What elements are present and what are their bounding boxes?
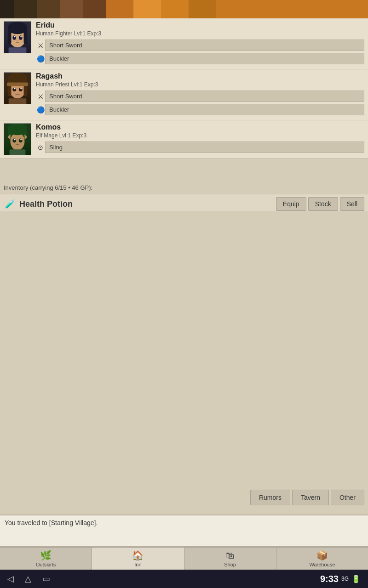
characters-section: Eridu Human Fighter Lvl:1 Exp:3 ⚔ Short …	[0, 18, 368, 158]
inventory-section: Inventory (carrying 6/15 • 46 GP): 🧪 Hea…	[0, 181, 368, 214]
color-seg-8	[161, 0, 189, 18]
svg-point-9	[17, 40, 18, 41]
message-box: You traveled to [Starting Village].	[0, 514, 368, 547]
inn-icon: 🏠	[132, 550, 144, 561]
svg-rect-31	[10, 149, 26, 155]
warehouse-label: Warehouse	[309, 562, 335, 567]
avatar-komos	[4, 123, 31, 155]
bottom-action-buttons: Rumors Tavern Other	[250, 490, 364, 505]
character-row-komos: Komos Elf Mage Lvl:1 Exp:3 ⊙ Sling	[0, 120, 368, 158]
svg-rect-10	[9, 47, 27, 53]
color-seg-4	[60, 0, 83, 18]
sell-button[interactable]: Sell	[340, 197, 364, 211]
shield-label-eridu: Buckler	[45, 53, 364, 64]
color-seg-2	[14, 0, 37, 18]
color-seg-5	[83, 0, 106, 18]
svg-point-8	[20, 36, 22, 38]
character-row-ragash: Ragash Human Priest Lvl:1 Exp:3 ⚔ Short …	[0, 69, 368, 120]
char-info-eridu: Eridu Human Fighter Lvl:1 Exp:3 ⚔ Short …	[31, 21, 364, 66]
character-row-eridu: Eridu Human Fighter Lvl:1 Exp:3 ⚔ Short …	[0, 18, 368, 69]
stock-button[interactable]: Stock	[308, 197, 338, 211]
char-header-ragash: Ragash Human Priest Lvl:1 Exp:3 ⚔ Short …	[0, 72, 368, 117]
outskirts-label: Outskirts	[36, 562, 56, 567]
other-button[interactable]: Other	[331, 490, 364, 505]
signal-indicator: 3G	[341, 576, 349, 582]
color-seg-1	[0, 0, 14, 18]
item-action-buttons: Equip Stock Sell	[276, 197, 364, 211]
back-button[interactable]: ◁	[7, 574, 14, 584]
svg-point-28	[19, 139, 23, 143]
equip-shield-ragash[interactable]: 🔵 Buckler	[36, 104, 364, 115]
svg-rect-21	[9, 98, 27, 104]
shop-label: Shop	[224, 562, 236, 567]
shop-icon: 🛍	[225, 550, 235, 561]
color-seg-3	[37, 0, 60, 18]
char-name-eridu: Eridu	[36, 21, 364, 29]
rumors-button[interactable]: Rumors	[250, 490, 290, 505]
main-content-area	[0, 211, 368, 505]
equip-weapon-ragash[interactable]: ⚔ Short Sword	[36, 90, 364, 102]
char-info-ragash: Ragash Human Priest Lvl:1 Exp:3 ⚔ Short …	[31, 72, 364, 117]
svg-rect-4	[24, 31, 28, 44]
color-seg-7	[133, 0, 161, 18]
warehouse-icon: 📦	[316, 550, 328, 561]
color-seg-10	[216, 0, 368, 18]
system-time: 9:33	[320, 574, 339, 584]
inn-label: Inn	[134, 562, 141, 567]
char-stats-komos: Elf Mage Lvl:1 Exp:3	[36, 132, 364, 139]
avatar-ragash-svg	[4, 72, 31, 104]
char-name-ragash: Ragash	[36, 72, 364, 80]
svg-point-27	[12, 139, 16, 143]
nav-inn[interactable]: 🏠 Inn	[92, 548, 184, 570]
svg-point-7	[14, 36, 16, 38]
bottom-nav: 🌿 Outskirts 🏠 Inn 🛍 Shop 📦 Warehouse	[0, 547, 368, 570]
svg-point-20	[20, 88, 22, 90]
char-info-komos: Komos Elf Mage Lvl:1 Exp:3 ⊙ Sling	[31, 123, 364, 155]
potion-icon: 🧪	[4, 198, 17, 210]
nav-warehouse[interactable]: 📦 Warehouse	[276, 548, 368, 570]
svg-point-19	[14, 88, 16, 90]
shield-icon-eridu: 🔵	[36, 54, 45, 63]
svg-point-30	[20, 139, 22, 141]
svg-point-24	[8, 123, 28, 135]
char-name-komos: Komos	[36, 123, 364, 131]
color-seg-9	[189, 0, 216, 18]
char-header-komos: Komos Elf Mage Lvl:1 Exp:3 ⊙ Sling	[0, 123, 368, 155]
avatar-eridu-svg	[4, 21, 31, 53]
nav-shop[interactable]: 🛍 Shop	[184, 548, 276, 570]
inventory-header: Inventory (carrying 6/15 • 46 GP):	[0, 181, 368, 194]
char-header-eridu: Eridu Human Fighter Lvl:1 Exp:3 ⚔ Short …	[0, 21, 368, 66]
svg-rect-16	[7, 82, 28, 86]
sling-icon-komos: ⊙	[36, 143, 45, 152]
tavern-button[interactable]: Tavern	[292, 490, 329, 505]
top-color-bar	[0, 0, 368, 18]
home-button[interactable]: △	[25, 574, 31, 584]
equip-button[interactable]: Equip	[276, 197, 306, 211]
system-status: 9:33 3G 🔋	[320, 574, 361, 584]
avatar-komos-svg	[4, 123, 31, 155]
system-buttons: ◁ △ ▭	[7, 574, 50, 584]
char-stats-ragash: Human Priest Lvl:1 Exp:3	[36, 81, 364, 88]
weapon-label-eridu: Short Sword	[45, 40, 364, 51]
outskirts-icon: 🌿	[40, 550, 52, 561]
recents-button[interactable]: ▭	[42, 574, 50, 584]
color-seg-6	[106, 0, 133, 18]
avatar-eridu	[4, 21, 31, 53]
sword-icon-eridu: ⚔	[36, 41, 45, 50]
svg-point-6	[19, 35, 23, 40]
battery-icon: 🔋	[351, 575, 361, 583]
message-text: You traveled to [Starting Village].	[5, 519, 98, 526]
svg-point-29	[14, 139, 16, 141]
system-bar: ◁ △ ▭ 9:33 3G 🔋	[0, 570, 368, 588]
equip-shield-eridu[interactable]: 🔵 Buckler	[36, 53, 364, 64]
shield-icon-ragash: 🔵	[36, 105, 45, 114]
equip-weapon-eridu[interactable]: ⚔ Short Sword	[36, 40, 364, 51]
weapon-label-komos: Sling	[45, 141, 364, 153]
char-stats-eridu: Human Fighter Lvl:1 Exp:3	[36, 30, 364, 37]
svg-rect-3	[8, 31, 12, 44]
equip-weapon-komos[interactable]: ⊙ Sling	[36, 141, 364, 153]
svg-point-5	[12, 35, 16, 40]
shield-label-ragash: Buckler	[45, 104, 364, 115]
avatar-ragash	[4, 72, 31, 104]
nav-outskirts[interactable]: 🌿 Outskirts	[0, 548, 92, 570]
